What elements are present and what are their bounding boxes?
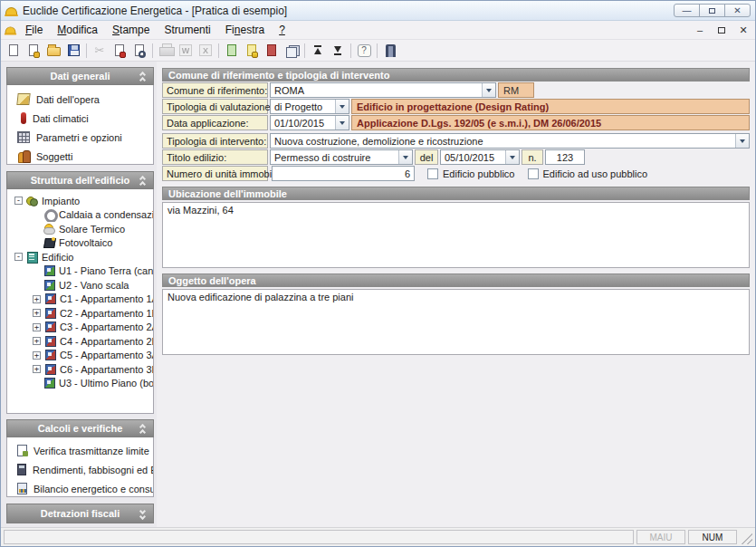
menu-strumenti[interactable]: Strumenti — [157, 22, 217, 38]
tree-node-c4[interactable]: +C4 - Appartamento 2B — [9, 334, 153, 349]
sidebar-item-dati-opera[interactable]: Dati dell'opera — [7, 90, 153, 109]
tree-node-c2[interactable]: +C2 - Appartamento 1B — [9, 306, 153, 321]
expand-node-icon[interactable]: + — [33, 337, 41, 345]
mdi-restore-button[interactable] — [713, 24, 730, 36]
checkbox-icon[interactable] — [427, 168, 438, 179]
save-button[interactable] — [63, 42, 83, 60]
print-button[interactable] — [156, 42, 176, 60]
check-data-icon — [115, 44, 124, 56]
comune-combobox[interactable]: ROMA — [270, 82, 496, 98]
app-logo-icon — [5, 7, 17, 15]
tree-node-fotovoltaico[interactable]: Fotovoltaico — [9, 236, 153, 251]
panel-header-struttura[interactable]: Struttura dell'edificio — [6, 171, 154, 189]
field-label: Comune di riferimento: — [162, 82, 268, 98]
sidebar-item-rendimenti[interactable]: Rendimenti, fabbisogni ed EP — [7, 460, 153, 479]
checkbox-icon[interactable] — [528, 168, 539, 179]
edificio-uso-pubblico-checkbox[interactable]: Edificio ad uso pubblico — [528, 166, 648, 181]
tree-node-u1[interactable]: U1 - Piano Terra (cantine e — [9, 264, 153, 279]
ubicazione-textarea[interactable]: via Mazzini, 64 — [162, 202, 750, 268]
dropdown-arrow-icon[interactable] — [335, 100, 349, 113]
menu-modifica[interactable]: Modifica — [50, 22, 105, 38]
expand-node-icon[interactable]: + — [33, 351, 41, 360]
data-applicazione-combobox[interactable]: 01/10/2015 — [270, 115, 349, 130]
intervento-combobox[interactable]: Nuova costruzione, demolizione e ricostr… — [270, 133, 750, 149]
expand-all-button[interactable] — [328, 42, 348, 60]
tree-node-u3[interactable]: U3 - Ultimo Piano (box e rip — [9, 377, 153, 391]
export-pdf-button[interactable] — [262, 42, 282, 60]
tree-node-caldaia[interactable]: Caldaia a condensazione — [9, 208, 153, 223]
tree-node-c3[interactable]: +C3 - Appartamento 2A — [9, 321, 153, 335]
panel-struttura: -Impianto Caldaia a condensazione Solare… — [6, 189, 154, 414]
check-data-button[interactable] — [110, 42, 129, 60]
sidebar-item-parametri[interactable]: Parametri e opzioni — [7, 128, 153, 147]
sidebar-item-verifica-trasmittanze[interactable]: Verifica trasmittanze limite — [7, 441, 153, 460]
collapse-node-icon[interactable]: - — [14, 253, 23, 261]
dropdown-arrow-icon[interactable] — [335, 116, 349, 130]
new-document-button[interactable] — [4, 42, 24, 60]
data-titolo-combobox[interactable]: 05/10/2015 — [440, 149, 520, 165]
close-button[interactable]: ✕ — [724, 4, 751, 17]
expand-node-icon[interactable]: + — [33, 295, 41, 303]
tree-node-solare[interactable]: Solare Termico — [9, 222, 153, 236]
collapse-node-icon[interactable]: - — [14, 197, 23, 205]
panel-header-detrazioni[interactable]: Detrazioni fiscali — [6, 504, 154, 523]
export-excel-button[interactable]: X — [196, 42, 215, 60]
import-file-button[interactable] — [222, 42, 242, 60]
sidebar-item-bilancio[interactable]: Bilancio energetico e consumi — [7, 479, 153, 497]
add-file-button[interactable] — [242, 42, 262, 60]
cut-button[interactable]: ✂ — [90, 42, 110, 60]
expand-node-icon[interactable]: + — [33, 309, 41, 317]
numero-unita-input[interactable]: 6 — [272, 166, 415, 181]
panel-title: Detrazioni fiscali — [41, 508, 120, 519]
panel-header-calcoli[interactable]: Calcoli e verifiche — [6, 419, 154, 437]
expand-node-icon[interactable]: + — [33, 365, 41, 373]
dropdown-arrow-icon[interactable] — [505, 150, 519, 164]
dropdown-arrow-icon[interactable] — [398, 150, 412, 164]
oggetto-textarea[interactable]: Nuova edificazione di palazzina a tre pi… — [162, 289, 750, 355]
chevron-down-icon[interactable] — [138, 508, 147, 519]
collapse-all-button[interactable] — [308, 42, 328, 60]
menu-finestra[interactable]: Finestra — [218, 22, 272, 38]
sidebar-item-label: Dati dell'opera — [36, 94, 100, 105]
tree-node-c6[interactable]: +C6 - Appartamento 3B — [9, 362, 153, 377]
export-word-button[interactable]: W — [176, 42, 196, 60]
maximize-button[interactable] — [699, 4, 725, 17]
del-label: del — [415, 149, 438, 165]
tree-node-c5[interactable]: +C5 - Appartamento 3A — [9, 349, 153, 363]
chevron-up-icon[interactable] — [138, 424, 147, 435]
new-practice-button[interactable] — [24, 42, 43, 60]
building-tree: -Impianto Caldaia a condensazione Solare… — [7, 189, 153, 390]
copy-archive-button[interactable] — [282, 42, 301, 60]
dropdown-arrow-icon[interactable] — [482, 83, 495, 97]
tree-node-c1[interactable]: +C1 - Appartamento 1A — [9, 293, 153, 307]
menu-file[interactable]: File — [18, 22, 50, 38]
resize-grip[interactable] — [740, 532, 752, 544]
dropdown-arrow-icon[interactable] — [735, 134, 749, 148]
open-button[interactable] — [43, 42, 63, 60]
tree-node-edificio[interactable]: -Edificio — [9, 250, 153, 264]
valutazione-combobox[interactable]: di Progetto — [270, 99, 349, 114]
form-row-intervento: Tipologia di intervento: Nuova costruzio… — [162, 133, 750, 149]
mdi-close-button[interactable]: ✕ — [735, 24, 751, 36]
help-button[interactable]: ? — [354, 42, 374, 60]
form-row-valutazione: Tipologia di valutazione: di Progetto Ed… — [162, 99, 750, 114]
form-row-comune: Comune di riferimento: ROMA RM — [162, 82, 750, 98]
tree-node-impianto[interactable]: -Impianto — [9, 194, 153, 208]
edificio-pubblico-checkbox[interactable]: Edificio pubblico — [427, 166, 515, 181]
sidebar-item-dati-climatici[interactable]: Dati climatici — [7, 109, 153, 128]
chevron-up-icon[interactable] — [138, 176, 147, 187]
panel-header-dati-generali[interactable]: Dati generali — [6, 67, 154, 85]
excel-icon: X — [199, 44, 212, 56]
exit-button[interactable] — [380, 42, 400, 60]
sidebar-item-soggetti[interactable]: Soggetti — [7, 147, 153, 165]
menu-help[interactable]: ? — [272, 22, 292, 38]
mdi-minimize-button[interactable]: – — [692, 24, 708, 36]
titolo-combobox[interactable]: Permesso di costruire — [270, 149, 413, 165]
numero-titolo-input[interactable]: 123 — [545, 149, 585, 165]
chevron-up-icon[interactable] — [138, 72, 147, 82]
minimize-button[interactable]: — — [674, 4, 700, 17]
expand-node-icon[interactable]: + — [33, 323, 41, 331]
find-check-button[interactable] — [129, 42, 149, 60]
tree-node-u2[interactable]: U2 - Vano scala — [9, 278, 153, 293]
menu-stampe[interactable]: Stampe — [105, 22, 157, 38]
